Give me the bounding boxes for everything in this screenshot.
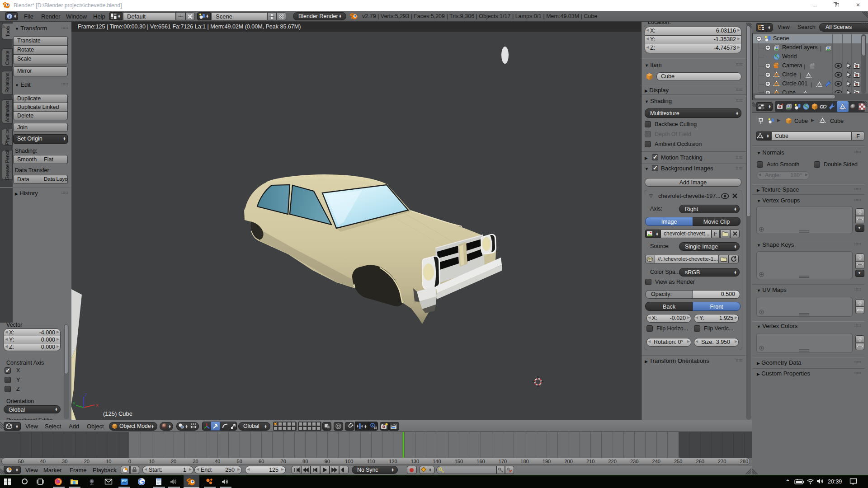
svg-text:y: y — [73, 400, 75, 405]
svg-text:i: i — [9, 14, 10, 19]
svg-text:z: z — [85, 392, 87, 397]
svg-text:x: x — [96, 402, 99, 408]
